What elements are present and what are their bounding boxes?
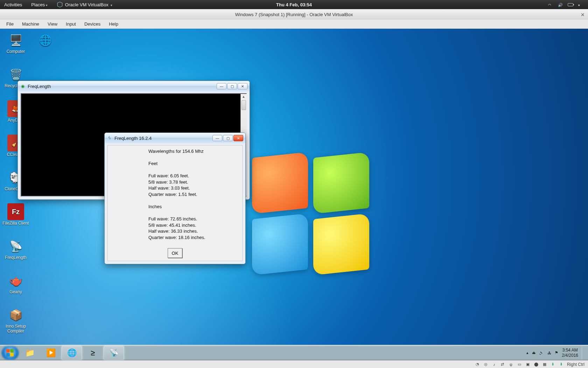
taskbar-explorer[interactable]: 📁 — [20, 346, 40, 360]
show-desktop-button[interactable] — [582, 346, 584, 360]
explorer-icon: 📁 — [25, 348, 35, 357]
chrome-icon: 🌐 — [67, 348, 77, 357]
dialog-minimize-button[interactable]: — — [212, 135, 222, 141]
freqlength-main-titlebar[interactable]: ◉ FreqLength — ▢ ✕ — [18, 81, 250, 91]
vbox-title-text: Windows 7 (Snapshot 1) [Running] - Oracl… — [235, 12, 353, 17]
computer-icon: 🖥️ — [7, 32, 24, 48]
wifi-icon[interactable] — [548, 2, 553, 7]
vbox-menu-machine[interactable]: Machine — [19, 20, 43, 28]
vbox-close-button[interactable]: × — [581, 11, 584, 19]
python-icon: ϟ — [107, 135, 112, 141]
minimize-button[interactable]: — — [217, 83, 226, 89]
desktop-icon-computer[interactable]: 🖥️Computer — [2, 32, 29, 54]
taskbar-time: 3:54 AM — [562, 348, 578, 353]
slimjet-icon: 🌐 — [37, 32, 54, 48]
dialog-maximize-button[interactable]: ▢ — [223, 135, 233, 141]
tray-show-hidden-icon[interactable]: ▴ — [526, 350, 528, 355]
close-button[interactable]: ✕ — [238, 83, 247, 89]
feet-quarter: Quarter wave: 1.51 feet. — [108, 191, 242, 198]
volume-icon[interactable] — [558, 2, 563, 7]
desktop-icon-label: Geany — [2, 290, 29, 295]
tray-network-icon[interactable]: 🖧 — [547, 351, 551, 355]
vbox-keyboard-icon[interactable]: ⬇ — [559, 362, 564, 367]
gnome-app-label: Oracle VM VirtualBox — [65, 2, 108, 7]
inches-heading: Inches — [108, 204, 242, 210]
system-tray: ▴ ⏏ 🔊 🖧 ⚑ 3:54 AM 2/4/2016 — [526, 346, 587, 360]
geany-icon: 🫖 — [7, 272, 24, 289]
freqlength-dialog-body: Wavelengths for 154.6 Mhz Feet Full wave… — [107, 145, 243, 261]
vbox-menu-view[interactable]: View — [44, 20, 61, 28]
maximize-button[interactable]: ▢ — [227, 83, 237, 89]
start-button[interactable] — [1, 346, 19, 360]
system-menu-caret[interactable] — [578, 2, 583, 7]
vbox-menu-file[interactable]: File — [3, 20, 17, 28]
svg-marker-0 — [57, 2, 62, 7]
vbox-menu-devices[interactable]: Devices — [81, 20, 104, 28]
dialog-close-button[interactable]: ✕ — [233, 135, 243, 141]
vbox-audio-icon[interactable]: ♪ — [491, 362, 497, 367]
tray-action-center-icon[interactable]: ⚑ — [555, 350, 558, 355]
desktop-icon-geany[interactable]: 🫖Geany — [2, 272, 29, 295]
freqlength-dialog-titlebar[interactable]: ϟ FreqLength 16.2.4 — ▢ ✕ — [105, 133, 245, 143]
freqlength-app-icon: ◉ — [20, 83, 26, 89]
gnome-app-menu[interactable]: Oracle VM VirtualBox — [52, 0, 117, 9]
freqlength-main-title: FreqLength — [28, 84, 51, 89]
taskbar-powershell[interactable]: ≥ — [83, 346, 103, 360]
powershell-icon: ≥ — [91, 348, 95, 357]
desktop-icon-filezilla[interactable]: FzFileZilla Client — [2, 203, 29, 226]
win7-taskbar: 📁▶️🌐≥📡 ▴ ⏏ 🔊 🖧 ⚑ 3:54 AM 2/4/2016 — [0, 345, 588, 360]
desktop-icon-label: FileZilla Client — [2, 221, 29, 226]
win7-logo — [252, 155, 371, 274]
vbox-mouse-icon[interactable]: ⬇ — [550, 362, 556, 367]
feet-heading: Feet — [108, 161, 242, 167]
filezilla-icon: Fz — [7, 203, 24, 220]
inches-quarter: Quarter wave: 18.16 inches. — [108, 234, 242, 241]
wmplayer-icon: ▶️ — [46, 348, 56, 357]
inches-58: 5/8 wave: 45.41 inches. — [108, 222, 242, 229]
desktop-icon-freqlength[interactable]: 📡FreqLength — [2, 238, 29, 260]
vbox-menu-help[interactable]: Help — [105, 20, 122, 28]
vbox-titlebar[interactable]: Windows 7 (Snapshot 1) [Running] - Oracl… — [0, 9, 588, 20]
vbox-hdd-icon[interactable]: ◔ — [475, 362, 480, 367]
freqlength-icon: 📡 — [109, 348, 119, 357]
scrollbar-thumb[interactable] — [241, 100, 246, 110]
vbox-display-icon[interactable]: ▣ — [525, 362, 531, 367]
vbox-menubar: File Machine View Input Devices Help — [0, 20, 588, 29]
recycle-bin-icon: 🗑️ — [7, 66, 24, 83]
gnome-activities[interactable]: Activities — [0, 1, 26, 9]
windows-logo-icon — [6, 349, 14, 357]
win7-desktop[interactable]: 🖥️Computer🗑️Recycle Bin🦊AnyDVD🧹CCleaner🐑… — [0, 29, 588, 360]
taskbar-chrome[interactable]: 🌐 — [62, 346, 82, 360]
gnome-places[interactable]: Places — [27, 1, 52, 9]
desktop-icon-label: Inno Setup Compiler — [2, 324, 29, 334]
tray-safely-remove-icon[interactable]: ⏏ — [532, 350, 536, 355]
gnome-places-label: Places — [31, 2, 45, 7]
desktop-icon-inno-setup[interactable]: 📦Inno Setup Compiler — [2, 306, 29, 334]
taskbar-clock[interactable]: 3:54 AM 2/4/2016 — [562, 348, 578, 358]
tray-volume-icon[interactable]: 🔊 — [539, 350, 544, 355]
gnome-clock[interactable]: Thu 4 Feb, 03:54 — [276, 2, 312, 7]
desktop-icon-label: FreqLength — [2, 255, 29, 260]
vbox-hostkey-label[interactable]: Right Ctrl — [567, 362, 584, 367]
freqlength-dialog-title: FreqLength 16.2.4 — [114, 136, 152, 141]
vbox-cpu-icon[interactable]: ▦ — [542, 362, 547, 367]
gnome-top-bar: Activities Places Oracle VM VirtualBox T… — [0, 0, 588, 9]
vbox-status-bar: ◔ ◎ ♪ ⇄ ψ ▭ ▣ ⬤ ▦ ⬇ ⬇ Right Ctrl — [0, 360, 588, 368]
ok-button[interactable]: OK — [168, 248, 182, 258]
taskbar-date: 2/4/2016 — [562, 353, 578, 358]
vbox-optical-icon[interactable]: ◎ — [483, 362, 489, 367]
vbox-network-icon[interactable]: ⇄ — [500, 362, 505, 367]
freqlength-dialog[interactable]: ϟ FreqLength 16.2.4 — ▢ ✕ Wavelengths fo… — [104, 132, 246, 264]
vbox-shared-icon[interactable]: ▭ — [517, 362, 522, 367]
vbox-usb-icon[interactable]: ψ — [508, 362, 514, 367]
taskbar-wmplayer[interactable]: ▶️ — [41, 346, 61, 360]
desktop-icon-label: Computer — [2, 49, 29, 54]
feet-half: Half wave: 3.03 feet. — [108, 185, 242, 191]
desktop-icon-slimjet[interactable]: 🌐 — [31, 32, 59, 49]
feet-full: Full wave: 6.05 feet. — [108, 173, 242, 179]
vbox-menu-input[interactable]: Input — [62, 20, 79, 28]
vbox-recording-icon[interactable]: ⬤ — [533, 362, 539, 367]
taskbar-freqlength[interactable]: 📡 — [104, 346, 124, 360]
battery-icon[interactable] — [568, 3, 573, 6]
virtualbox-icon — [57, 1, 63, 8]
